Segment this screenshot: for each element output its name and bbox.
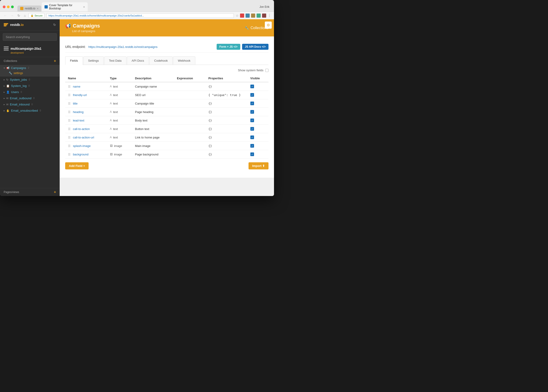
tab-settings[interactable]: Settings bbox=[83, 56, 104, 65]
search-input[interactable]: Search everything bbox=[3, 33, 57, 41]
js-api-docs-button[interactable]: JS API Docs </> bbox=[242, 44, 268, 50]
system-log-icon: 📋 bbox=[6, 84, 10, 88]
sidebar-logo: restdb.io bbox=[4, 23, 24, 27]
type-icon: A bbox=[110, 127, 112, 130]
refresh-icon[interactable]: ↻ bbox=[53, 23, 56, 27]
field-type-cell: 🖼 image bbox=[107, 142, 132, 150]
type-icon: 🖼 bbox=[110, 144, 113, 147]
page-subtitle: List of campaigns bbox=[72, 29, 95, 33]
extension-icon-3[interactable] bbox=[251, 14, 255, 18]
main-content: 📢 Campaigns List of campaigns 🔧 Collecti… bbox=[60, 19, 274, 196]
fullscreen-button[interactable] bbox=[11, 6, 14, 8]
visible-checkbox[interactable]: ✓ bbox=[250, 127, 254, 131]
field-name-link[interactable]: call-to-action-url bbox=[73, 136, 94, 139]
sidebar-item-email-inbound[interactable]: ▸ ✉ Email_inbound 0 bbox=[0, 101, 60, 107]
url-endpoint-link[interactable]: https://multicampaign-20a1.restdb.io/res… bbox=[88, 45, 158, 49]
tab-test-data[interactable]: Test Data bbox=[104, 56, 126, 65]
minimize-button[interactable] bbox=[7, 6, 10, 8]
more-icon[interactable]: ⋮ bbox=[267, 13, 271, 18]
home-button[interactable]: ⌂ bbox=[23, 13, 27, 18]
visible-checkbox[interactable]: ✓ bbox=[250, 102, 254, 105]
type-icon: 🖼 bbox=[110, 153, 113, 156]
visible-checkbox[interactable]: ✓ bbox=[250, 144, 254, 148]
secure-label: Secure bbox=[34, 14, 43, 17]
field-description-cell: Main image bbox=[132, 142, 174, 150]
field-name-cell: ☰ call-to-action bbox=[65, 125, 107, 133]
logo-disc-2 bbox=[4, 24, 7, 25]
field-name-link[interactable]: lead-text bbox=[73, 119, 85, 122]
type-icon: A bbox=[110, 93, 112, 97]
email-inbound-name: Email_inbound bbox=[10, 103, 30, 106]
field-name-link[interactable]: friendly-url bbox=[73, 93, 87, 97]
tab-webhook[interactable]: Webhook bbox=[173, 56, 195, 65]
system-fields-checkbox[interactable] bbox=[265, 69, 268, 72]
sidebar-item-campaigns[interactable]: ▾ 📢 Campaigns 2 🔧 settings bbox=[0, 65, 60, 77]
drag-icon: ☰ bbox=[68, 93, 71, 97]
field-name-link[interactable]: name bbox=[73, 85, 80, 88]
field-expression-cell bbox=[174, 133, 206, 142]
field-type-cell: A text bbox=[107, 108, 132, 116]
field-description-cell: Page background bbox=[132, 150, 174, 159]
settings-gear-button[interactable]: ⚙ bbox=[265, 21, 272, 29]
field-name-cell: ☰ heading bbox=[65, 108, 107, 116]
sidebar-item-system-jobs[interactable]: ▸ ↻ System_jobs 0 bbox=[0, 77, 60, 83]
field-type-cell: A text bbox=[107, 99, 132, 108]
email-outbound-count: 0 bbox=[33, 97, 35, 99]
field-description-cell: Page heading bbox=[132, 108, 174, 116]
logo-icon bbox=[4, 23, 8, 26]
field-name-link[interactable]: title bbox=[73, 102, 78, 105]
settings-row[interactable]: 🔧 settings bbox=[9, 71, 23, 75]
field-type-cell: A text bbox=[107, 125, 132, 133]
visible-checkbox[interactable]: ✓ bbox=[250, 119, 254, 122]
visible-checkbox[interactable]: ✓ bbox=[250, 153, 254, 156]
browser-tab-1[interactable]: restdb.io ✕ bbox=[17, 6, 41, 11]
browser-tab-2[interactable]: Cover Template for Bootstrap ✕ bbox=[42, 2, 88, 11]
add-page-button[interactable]: + bbox=[54, 190, 56, 194]
import-button[interactable]: Import ⬆ bbox=[249, 162, 268, 169]
extension-icon-1[interactable] bbox=[240, 14, 244, 18]
back-button[interactable]: ← bbox=[3, 13, 8, 18]
drag-icon: ☰ bbox=[68, 102, 71, 105]
extension-icon-4[interactable] bbox=[257, 14, 261, 18]
form-js-button[interactable]: Form + JS </> bbox=[217, 44, 240, 50]
extension-icon-2[interactable] bbox=[245, 14, 250, 18]
tab-codehook[interactable]: Codehook bbox=[149, 56, 173, 65]
sidebar-item-email-outbound[interactable]: ▸ ✉ Email_outbound 0 bbox=[0, 95, 60, 101]
content-area: URL endpoint: https://multicampaign-20a1… bbox=[60, 36, 274, 178]
url-input[interactable]: https://multicampaign-20a1.restdb.io/hom… bbox=[46, 13, 234, 18]
tab1-close[interactable]: ✕ bbox=[37, 7, 39, 10]
sidebar-header: restdb.io ↻ bbox=[0, 19, 60, 30]
sidebar-item-system-log[interactable]: ▸ 📋 System_log 0 bbox=[0, 83, 60, 89]
close-button[interactable] bbox=[3, 6, 6, 8]
visible-checkbox[interactable]: ✓ bbox=[250, 84, 254, 88]
type-icon: A bbox=[110, 119, 112, 122]
add-field-button[interactable]: Add Field + bbox=[65, 162, 89, 169]
field-name-link[interactable]: background bbox=[73, 153, 89, 156]
field-properties-cell: {} bbox=[206, 108, 248, 116]
visible-checkbox[interactable]: ✓ bbox=[250, 135, 254, 139]
field-name-cell: ☰ background bbox=[65, 150, 107, 159]
endpoint-buttons: Form + JS </> JS API Docs </> bbox=[217, 44, 268, 50]
settings-label: settings bbox=[14, 71, 23, 75]
field-description-cell: Body text bbox=[132, 116, 174, 125]
star-icon[interactable]: ☆ bbox=[236, 14, 239, 17]
type-label: text bbox=[113, 127, 118, 131]
sidebar-item-users[interactable]: ▸ 👤 Users 0 bbox=[0, 89, 60, 95]
tab-fields[interactable]: Fields bbox=[65, 56, 83, 65]
sidebar-item-email-unsubscribed[interactable]: ▸ ✋ Email_unsubscribed 0 bbox=[0, 107, 60, 114]
visible-checkbox[interactable]: ✓ bbox=[250, 110, 254, 114]
reload-button[interactable]: ↻ bbox=[16, 13, 21, 18]
add-collection-button[interactable]: + bbox=[54, 59, 56, 63]
extension-icon-5[interactable] bbox=[262, 14, 266, 18]
field-name-link[interactable]: splash-image bbox=[73, 144, 91, 148]
field-type-cell: A text bbox=[107, 82, 132, 91]
tab2-close[interactable]: ✕ bbox=[83, 6, 85, 8]
visible-checkbox[interactable]: ✓ bbox=[250, 93, 254, 97]
db-section: multicampaign-20a1 development bbox=[0, 43, 60, 57]
forward-button[interactable]: → bbox=[10, 13, 15, 18]
tab-api-docs[interactable]: API Docs bbox=[127, 56, 149, 65]
field-name-link[interactable]: call-to-action bbox=[73, 127, 90, 131]
field-name-link[interactable]: heading bbox=[73, 110, 84, 114]
type-label: text bbox=[113, 102, 118, 105]
system-log-name: System_log bbox=[11, 84, 27, 88]
